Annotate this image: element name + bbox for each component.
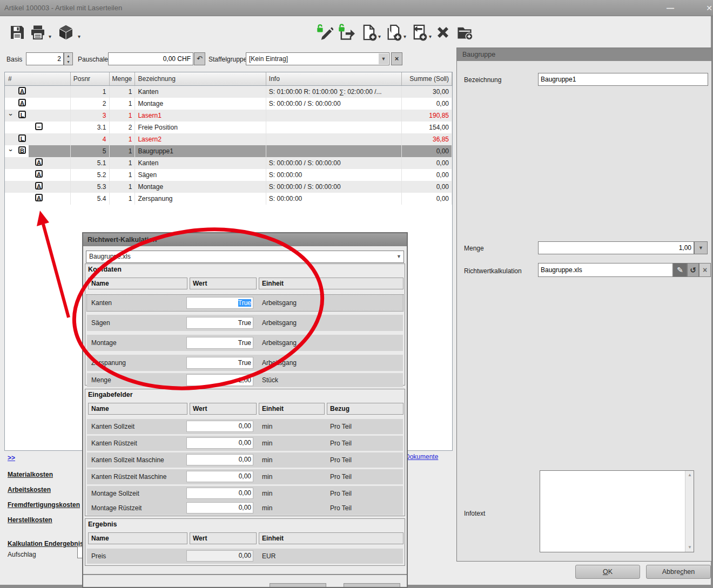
import-position-dropdown-icon[interactable]: ▾ [429, 33, 432, 39]
wert-input[interactable]: 0,00 [186, 471, 253, 482]
copy-position-dropdown-icon[interactable]: ▾ [403, 33, 406, 39]
checkout-unlock-icon[interactable] [338, 24, 355, 41]
dialog-ok-button[interactable] [270, 583, 326, 588]
table-row[interactable]: A 5.41 ZerspanungS: 00:00:00 0,00 [5, 193, 452, 205]
staffelgruppe-label: Staffelgruppe [208, 56, 247, 63]
chevron-down-icon[interactable]: ▼ [396, 251, 401, 262]
eingabefelder-row[interactable]: Montage Rüstzeit 0,00 min Pro Teil [87, 501, 403, 515]
print-icon[interactable] [29, 24, 46, 41]
basis-spinner[interactable]: ▲▼ [64, 52, 73, 65]
new-position-dropdown-icon[interactable]: ▾ [378, 33, 381, 39]
wert-input[interactable]: True [186, 317, 253, 329]
eingabe-col-wert: Wert [190, 403, 257, 415]
arbeitsgang-type-icon: A [35, 194, 43, 201]
staffelgruppe-clear-icon[interactable]: × [391, 52, 402, 65]
eingabefelder-row[interactable]: Kanten Sollzeit Maschine 0,00 min Pro Te… [87, 452, 403, 468]
expander-icon[interactable] [9, 146, 16, 154]
print-dropdown-icon[interactable]: ▾ [49, 33, 51, 39]
article-cube-icon[interactable] [57, 24, 75, 41]
table-row[interactable]: A 21 MontageS: 00:00:00 / S: 00:00:00 0,… [5, 98, 452, 110]
clear-icon[interactable]: × [699, 263, 711, 277]
pauschale-input[interactable] [108, 52, 193, 65]
table-row[interactable]: A 5.31 MontageS: 00:00:00 / S: 00:00:00 … [5, 181, 452, 193]
wert-input[interactable]: True [186, 357, 253, 369]
richtwertkalkulation-input[interactable] [538, 263, 673, 277]
herstellkosten-link[interactable]: Herstellkosten [8, 516, 52, 524]
eingabefelder-row[interactable]: Montage Sollzeit 0,00 min Pro Teil [87, 486, 403, 501]
wert-input[interactable]: 0,00 [186, 437, 253, 449]
reload-icon[interactable]: ↺ [687, 263, 699, 277]
table-row[interactable]: L 41 Lasern2 36,85 [5, 133, 452, 145]
wert-input[interactable]: 0,00 [186, 488, 253, 499]
materialkosten-link[interactable]: Materialkosten [8, 471, 53, 478]
kopfdaten-col-einheit: Einheit [259, 278, 403, 289]
kopfdaten-row[interactable]: Montage True Arbeitsgang [87, 335, 403, 351]
ok-button[interactable]: OK [575, 565, 640, 579]
col-bezeichnung[interactable]: Bezeichnung [135, 72, 266, 85]
table-row[interactable]: L 31 Lasern1 190,85 [5, 110, 452, 121]
col-tree[interactable]: # [5, 72, 71, 85]
eingabefelder-row[interactable]: Kanten Rüstzeit 0,00 min Pro Teil [87, 436, 403, 451]
save-icon[interactable] [9, 24, 26, 41]
wert-input[interactable]: 2,00 [186, 374, 253, 386]
col-menge[interactable]: Menge [110, 72, 136, 85]
edit-unlock-icon[interactable] [316, 24, 333, 41]
minimize-icon[interactable]: — [663, 3, 677, 13]
pauschale-undo-icon[interactable]: ↶ [194, 52, 205, 65]
window-titlebar: Artikel 100003 - Artikel mit Laserteilen… [0, 0, 713, 16]
wert-input[interactable]: True [186, 337, 253, 349]
wert-input[interactable]: 0,00 [186, 454, 253, 465]
menge-dropdown-icon[interactable]: ▼ [694, 241, 708, 254]
scroll-down-icon[interactable]: ▼ [685, 543, 694, 552]
close-icon[interactable]: ✕ [702, 3, 713, 13]
eingabefelder-row[interactable]: Kanten Sollzeit 0,00 min Pro Teil [87, 419, 403, 434]
chevron-down-icon[interactable]: ▼ [379, 53, 388, 64]
edit-pencil-icon[interactable]: ✎ [673, 263, 687, 277]
richtwertkalkulation-label: Richtwertkalkulation [464, 267, 522, 275]
dialog-cancel-button[interactable] [344, 583, 400, 588]
kopfdaten-row[interactable]: Kanten True Arbeitsgang [87, 295, 403, 311]
arbeitskosten-link[interactable]: Arbeitskosten [8, 486, 51, 494]
kopfdaten-row[interactable]: Zerspanung True Arbeitsgang [87, 355, 403, 371]
col-info[interactable]: Info [266, 72, 402, 85]
wert-input[interactable]: 0,00 [186, 421, 253, 432]
aufschlag-label: Aufschlag [8, 551, 36, 558]
cube-dropdown-icon[interactable]: ▾ [78, 33, 80, 39]
arbeitsgang-type-icon: A [35, 170, 43, 178]
baugruppe-type-icon: B [18, 146, 26, 154]
wert-input[interactable]: True [186, 297, 253, 309]
table-row[interactable]: − 3.12 Freie Position 154,00 [5, 121, 452, 133]
table-row[interactable]: A 11 KantenS: 01:00:00 R: 01:00:00 ∑: 02… [5, 86, 452, 98]
copy-position-icon[interactable] [385, 24, 402, 41]
folder-add-icon[interactable] [456, 24, 473, 41]
table-row[interactable]: A 5.11 KantenS: 00:00:00 / S: 00:00:00 0… [5, 157, 452, 169]
table-row-selected[interactable]: B 51 Baugruppe1 0,00 [5, 145, 452, 157]
template-select[interactable]: Baugruppe.xls ▼ [86, 251, 404, 263]
menge-input[interactable] [538, 241, 694, 254]
wert-input[interactable]: 0,00 [186, 502, 253, 513]
eingabe-col-name: Name [88, 403, 187, 415]
expand-link[interactable]: >> [8, 454, 15, 462]
col-posnr[interactable]: Posnr [71, 72, 110, 85]
table-row[interactable]: A 5.21 SägenS: 00:00:00 0,00 [5, 169, 452, 181]
application-window: Artikel 100003 - Artikel mit Laserteilen… [0, 0, 713, 588]
expander-icon[interactable] [9, 111, 16, 118]
new-position-icon[interactable] [360, 24, 378, 41]
dokumente-link[interactable]: Dokumente [405, 453, 438, 461]
eingabefelder-row[interactable]: Kanten Rüstzeit Maschine 0,00 min Pro Te… [87, 469, 403, 484]
fremdfertigungskosten-link[interactable]: Fremdfertigungskosten [8, 501, 80, 509]
kopfdaten-row[interactable]: Sägen True Arbeitsgang [87, 315, 403, 331]
cancel-button[interactable]: Abbrechen [646, 565, 711, 579]
scrollbar[interactable]: ▲ ▼ [685, 471, 694, 552]
col-summe[interactable]: Summe (Soll) [402, 72, 452, 85]
import-position-icon[interactable] [411, 24, 428, 41]
kopfdaten-row[interactable]: Menge 2,00 Stück [87, 373, 403, 387]
bezeichnung-input[interactable] [538, 73, 708, 86]
kalkulation-endergebnis-link[interactable]: Kalkulation Endergebnis [8, 540, 84, 548]
delete-icon[interactable] [434, 24, 452, 41]
staffelgruppe-select[interactable]: [Kein Eintrag] ▼ [246, 52, 389, 65]
basis-input[interactable] [26, 52, 64, 65]
infotext-textarea[interactable]: ▲ ▼ [540, 470, 694, 552]
arbeitsgang-type-icon: A [18, 99, 26, 106]
scroll-up-icon[interactable]: ▲ [685, 471, 694, 479]
